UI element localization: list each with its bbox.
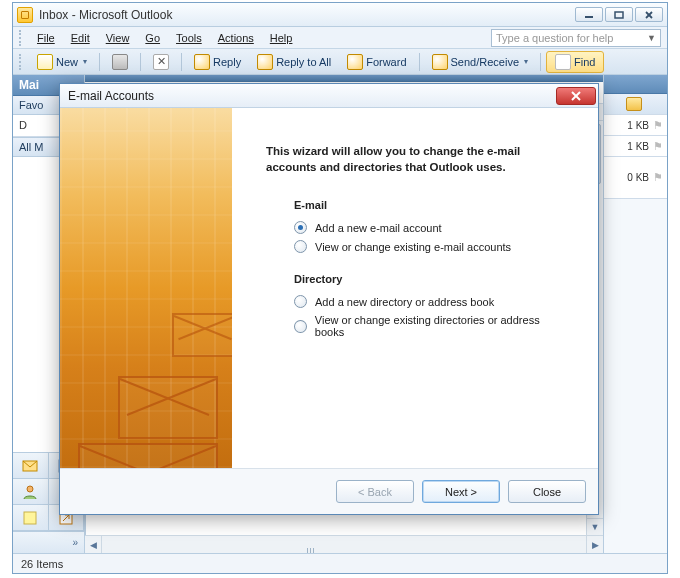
folder-stub-icon: [604, 94, 667, 115]
chevron-down-icon[interactable]: ▼: [647, 33, 656, 43]
svg-point-7: [27, 486, 33, 492]
titlebar: Inbox - Microsoft Outlook: [13, 3, 667, 27]
find-button[interactable]: Find: [546, 51, 604, 73]
menu-file[interactable]: File: [29, 30, 63, 46]
close-window-button[interactable]: [635, 7, 663, 22]
dialog-title: E-mail Accounts: [68, 89, 154, 103]
toolbar: New ✕ Reply Reply to All Forward Send/Re…: [13, 49, 667, 75]
statusbar: 26 Items: [13, 553, 667, 573]
scroll-down-button[interactable]: ▼: [587, 518, 603, 535]
list-item[interactable]: 0 KB⚑: [604, 157, 667, 199]
print-button[interactable]: [105, 51, 135, 73]
help-search-input[interactable]: Type a question for help ▼: [491, 29, 661, 47]
toolbar-grip-icon: [19, 30, 25, 46]
list-item[interactable]: 1 KB⚑: [604, 136, 667, 157]
delete-button[interactable]: ✕: [146, 51, 176, 73]
email-accounts-dialog: E-mail Accounts This wizard will allow y…: [59, 83, 599, 515]
new-button[interactable]: New: [30, 51, 94, 73]
printer-icon: [112, 54, 128, 70]
maximize-button[interactable]: [605, 7, 633, 22]
folder-icon: [626, 97, 642, 111]
flag-icon[interactable]: ⚑: [653, 140, 663, 153]
send-receive-button[interactable]: Send/Receive: [425, 51, 536, 73]
radio-add-email[interactable]: Add a new e-mail account: [294, 221, 568, 234]
flag-icon[interactable]: ⚑: [653, 171, 663, 184]
status-item-count: 26 Items: [21, 558, 63, 570]
reply-icon: [194, 54, 210, 70]
radio-icon[interactable]: [294, 240, 307, 253]
toolbar-grip-icon: [19, 54, 25, 70]
scroll-right-button[interactable]: ▶: [586, 536, 603, 553]
envelope-icon: [78, 443, 218, 468]
forward-button[interactable]: Forward: [340, 51, 413, 73]
menu-view[interactable]: View: [98, 30, 138, 46]
forward-icon: [347, 54, 363, 70]
reply-all-icon: [257, 54, 273, 70]
close-button[interactable]: Close: [508, 480, 586, 503]
help-search-placeholder: Type a question for help: [496, 32, 613, 44]
envelope-icon: [172, 313, 232, 357]
dialog-intro-text: This wizard will allow you to change the…: [266, 144, 568, 175]
radio-icon[interactable]: [294, 295, 307, 308]
section-email-label: E-mail: [294, 199, 568, 211]
menubar: File Edit View Go Tools Actions Help Typ…: [13, 27, 667, 49]
nav-notes-button[interactable]: [13, 505, 49, 531]
content-header: tions ▾ ✕: [85, 75, 603, 82]
envelope-icon: [118, 376, 218, 439]
minimize-button[interactable]: [575, 7, 603, 22]
dialog-footer: < Back Next > Close: [60, 468, 598, 514]
radio-icon[interactable]: [294, 320, 307, 333]
nav-contacts-button[interactable]: [13, 479, 49, 505]
nav-mail-button[interactable]: [13, 453, 49, 479]
horizontal-scrollbar[interactable]: ◀ ▶: [85, 535, 603, 553]
dialog-close-button[interactable]: [556, 87, 596, 105]
radio-view-email[interactable]: View or change existing e-mail accounts: [294, 240, 568, 253]
next-button[interactable]: Next >: [422, 480, 500, 503]
dialog-titlebar: E-mail Accounts: [60, 84, 598, 108]
nav-configure-button[interactable]: »: [13, 531, 84, 553]
dialog-content: This wizard will allow you to change the…: [232, 108, 598, 468]
menu-tools[interactable]: Tools: [168, 30, 210, 46]
list-item[interactable]: 1 KB⚑: [604, 115, 667, 136]
section-directory-label: Directory: [294, 273, 568, 285]
menu-actions[interactable]: Actions: [210, 30, 262, 46]
radio-add-directory[interactable]: Add a new directory or address book: [294, 295, 568, 308]
message-list-stub: 1 KB⚑ 1 KB⚑ 0 KB⚑: [603, 75, 667, 553]
search-icon: [555, 54, 571, 70]
menu-go[interactable]: Go: [137, 30, 168, 46]
menu-edit[interactable]: Edit: [63, 30, 98, 46]
dialog-sidebar-graphic: [60, 108, 232, 468]
svg-rect-1: [615, 12, 623, 18]
svg-rect-9: [24, 512, 36, 524]
reply-all-button[interactable]: Reply to All: [250, 51, 338, 73]
reply-button[interactable]: Reply: [187, 51, 248, 73]
radio-icon[interactable]: [294, 221, 307, 234]
send-receive-icon: [432, 54, 448, 70]
radio-view-directory[interactable]: View or change existing directories or a…: [294, 314, 568, 338]
new-mail-icon: [37, 54, 53, 70]
scroll-left-button[interactable]: ◀: [85, 536, 102, 553]
back-button[interactable]: < Back: [336, 480, 414, 503]
window-title: Inbox - Microsoft Outlook: [39, 8, 172, 22]
flag-icon[interactable]: ⚑: [653, 119, 663, 132]
outlook-icon: [17, 7, 33, 23]
menu-help[interactable]: Help: [262, 30, 301, 46]
delete-icon: ✕: [153, 54, 169, 70]
